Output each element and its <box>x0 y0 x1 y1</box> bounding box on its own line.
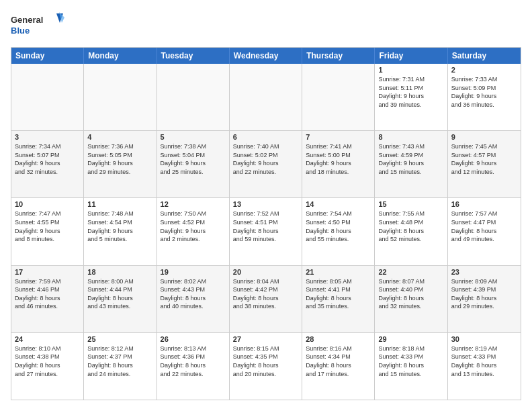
cal-cell-r1-c5: 8Sunrise: 7:43 AM Sunset: 4:59 PM Daylig… <box>375 131 447 197</box>
day-info: Sunrise: 8:05 AM Sunset: 4:41 PM Dayligh… <box>306 277 371 311</box>
day-number: 16 <box>451 200 517 208</box>
cal-cell-r0-c2 <box>157 64 230 130</box>
cal-cell-r3-c3: 20Sunrise: 8:04 AM Sunset: 4:42 PM Dayli… <box>230 266 302 332</box>
day-info: Sunrise: 7:59 AM Sunset: 4:46 PM Dayligh… <box>15 277 80 311</box>
header-saturday: Saturday <box>448 48 521 64</box>
day-number: 15 <box>378 200 443 208</box>
cal-cell-r2-c1: 11Sunrise: 7:48 AM Sunset: 4:54 PM Dayli… <box>84 198 157 265</box>
day-info: Sunrise: 8:04 AM Sunset: 4:42 PM Dayligh… <box>233 277 298 311</box>
day-info: Sunrise: 8:12 AM Sunset: 4:37 PM Dayligh… <box>87 345 152 378</box>
cal-row-3: 17Sunrise: 7:59 AM Sunset: 4:46 PM Dayli… <box>11 265 521 332</box>
day-info: Sunrise: 7:43 AM Sunset: 4:59 PM Dayligh… <box>378 142 443 176</box>
day-info: Sunrise: 7:45 AM Sunset: 4:57 PM Dayligh… <box>451 142 517 176</box>
page: General Blue Sunday Monday Tuesday Wedne… <box>0 0 532 411</box>
cal-cell-r1-c2: 5Sunrise: 7:38 AM Sunset: 5:04 PM Daylig… <box>157 131 230 197</box>
day-number: 27 <box>233 335 298 343</box>
day-number: 8 <box>378 133 443 141</box>
day-number: 11 <box>87 200 152 208</box>
day-info: Sunrise: 7:40 AM Sunset: 5:02 PM Dayligh… <box>233 142 298 176</box>
day-number: 7 <box>306 133 371 141</box>
svg-text:Blue: Blue <box>11 26 30 36</box>
day-info: Sunrise: 8:15 AM Sunset: 4:35 PM Dayligh… <box>233 345 298 378</box>
header-monday: Monday <box>84 48 157 64</box>
day-number: 17 <box>15 268 80 276</box>
day-info: Sunrise: 7:55 AM Sunset: 4:48 PM Dayligh… <box>378 210 443 243</box>
cal-cell-r1-c3: 6Sunrise: 7:40 AM Sunset: 5:02 PM Daylig… <box>230 131 302 197</box>
cal-row-1: 3Sunrise: 7:34 AM Sunset: 5:07 PM Daylig… <box>11 130 521 197</box>
cal-cell-r0-c6: 2Sunrise: 7:33 AM Sunset: 5:09 PM Daylig… <box>448 64 521 130</box>
day-info: Sunrise: 8:00 AM Sunset: 4:44 PM Dayligh… <box>87 277 152 311</box>
day-number: 19 <box>161 268 226 276</box>
cal-cell-r0-c4 <box>302 64 375 130</box>
cal-cell-r0-c1 <box>84 64 157 130</box>
cal-cell-r0-c0 <box>11 64 84 130</box>
logo-icon: General Blue <box>11 11 64 40</box>
logo: General Blue <box>11 11 64 40</box>
cal-cell-r1-c6: 9Sunrise: 7:45 AM Sunset: 4:57 PM Daylig… <box>448 131 521 197</box>
header-thursday: Thursday <box>302 48 375 64</box>
day-info: Sunrise: 8:13 AM Sunset: 4:36 PM Dayligh… <box>161 345 226 378</box>
cal-cell-r1-c1: 4Sunrise: 7:36 AM Sunset: 5:05 PM Daylig… <box>84 131 157 197</box>
cal-row-0: 1Sunrise: 7:31 AM Sunset: 5:11 PM Daylig… <box>11 64 521 130</box>
cal-row-4: 24Sunrise: 8:10 AM Sunset: 4:38 PM Dayli… <box>11 332 521 400</box>
day-number: 29 <box>378 335 443 343</box>
day-number: 3 <box>15 133 80 141</box>
day-info: Sunrise: 8:02 AM Sunset: 4:43 PM Dayligh… <box>161 277 226 311</box>
day-number: 28 <box>306 335 371 343</box>
cal-cell-r3-c2: 19Sunrise: 8:02 AM Sunset: 4:43 PM Dayli… <box>157 266 230 332</box>
day-number: 23 <box>451 268 517 276</box>
day-number: 14 <box>306 200 371 208</box>
day-info: Sunrise: 8:07 AM Sunset: 4:40 PM Dayligh… <box>378 277 443 311</box>
day-info: Sunrise: 8:10 AM Sunset: 4:38 PM Dayligh… <box>15 345 80 378</box>
cal-cell-r4-c3: 27Sunrise: 8:15 AM Sunset: 4:35 PM Dayli… <box>230 333 302 400</box>
cal-cell-r4-c5: 29Sunrise: 8:18 AM Sunset: 4:33 PM Dayli… <box>375 333 447 400</box>
cal-cell-r2-c4: 14Sunrise: 7:54 AM Sunset: 4:50 PM Dayli… <box>302 198 375 265</box>
day-info: Sunrise: 8:18 AM Sunset: 4:33 PM Dayligh… <box>378 345 443 378</box>
calendar: Sunday Monday Tuesday Wednesday Thursday… <box>11 47 521 400</box>
svg-text:General: General <box>11 15 43 25</box>
day-info: Sunrise: 7:33 AM Sunset: 5:09 PM Dayligh… <box>451 75 517 109</box>
day-info: Sunrise: 7:54 AM Sunset: 4:50 PM Dayligh… <box>306 210 371 243</box>
cal-cell-r2-c5: 15Sunrise: 7:55 AM Sunset: 4:48 PM Dayli… <box>375 198 447 265</box>
day-number: 6 <box>233 133 298 141</box>
day-number: 9 <box>451 133 517 141</box>
day-info: Sunrise: 8:09 AM Sunset: 4:39 PM Dayligh… <box>451 277 517 311</box>
day-number: 21 <box>306 268 371 276</box>
day-info: Sunrise: 7:34 AM Sunset: 5:07 PM Dayligh… <box>15 142 80 176</box>
day-info: Sunrise: 8:19 AM Sunset: 4:33 PM Dayligh… <box>451 345 517 378</box>
cal-cell-r1-c0: 3Sunrise: 7:34 AM Sunset: 5:07 PM Daylig… <box>11 131 84 197</box>
day-info: Sunrise: 7:52 AM Sunset: 4:51 PM Dayligh… <box>233 210 298 243</box>
day-number: 1 <box>378 66 443 74</box>
day-number: 10 <box>15 200 80 208</box>
cal-cell-r2-c2: 12Sunrise: 7:50 AM Sunset: 4:52 PM Dayli… <box>157 198 230 265</box>
day-info: Sunrise: 8:16 AM Sunset: 4:34 PM Dayligh… <box>306 345 371 378</box>
calendar-body: 1Sunrise: 7:31 AM Sunset: 5:11 PM Daylig… <box>11 64 521 400</box>
cal-cell-r3-c5: 22Sunrise: 8:07 AM Sunset: 4:40 PM Dayli… <box>375 266 447 332</box>
day-info: Sunrise: 7:57 AM Sunset: 4:47 PM Dayligh… <box>451 210 517 243</box>
day-number: 22 <box>378 268 443 276</box>
cal-cell-r4-c1: 25Sunrise: 8:12 AM Sunset: 4:37 PM Dayli… <box>84 333 157 400</box>
day-number: 4 <box>87 133 152 141</box>
cal-cell-r3-c0: 17Sunrise: 7:59 AM Sunset: 4:46 PM Dayli… <box>11 266 84 332</box>
cal-cell-r3-c6: 23Sunrise: 8:09 AM Sunset: 4:39 PM Dayli… <box>448 266 521 332</box>
cal-cell-r4-c4: 28Sunrise: 8:16 AM Sunset: 4:34 PM Dayli… <box>302 333 375 400</box>
day-info: Sunrise: 7:48 AM Sunset: 4:54 PM Dayligh… <box>87 210 152 243</box>
cal-cell-r1-c4: 7Sunrise: 7:41 AM Sunset: 5:00 PM Daylig… <box>302 131 375 197</box>
header-sunday: Sunday <box>11 48 84 64</box>
header-tuesday: Tuesday <box>157 48 230 64</box>
day-number: 18 <box>87 268 152 276</box>
header: General Blue <box>11 11 521 40</box>
header-wednesday: Wednesday <box>230 48 302 64</box>
cal-cell-r4-c0: 24Sunrise: 8:10 AM Sunset: 4:38 PM Dayli… <box>11 333 84 400</box>
day-info: Sunrise: 7:47 AM Sunset: 4:55 PM Dayligh… <box>15 210 80 243</box>
cal-cell-r2-c3: 13Sunrise: 7:52 AM Sunset: 4:51 PM Dayli… <box>230 198 302 265</box>
day-number: 25 <box>87 335 152 343</box>
day-number: 20 <box>233 268 298 276</box>
cal-row-2: 10Sunrise: 7:47 AM Sunset: 4:55 PM Dayli… <box>11 197 521 265</box>
cal-cell-r2-c0: 10Sunrise: 7:47 AM Sunset: 4:55 PM Dayli… <box>11 198 84 265</box>
header-friday: Friday <box>375 48 447 64</box>
day-number: 24 <box>15 335 80 343</box>
cal-cell-r4-c2: 26Sunrise: 8:13 AM Sunset: 4:36 PM Dayli… <box>157 333 230 400</box>
day-info: Sunrise: 7:31 AM Sunset: 5:11 PM Dayligh… <box>378 75 443 109</box>
cal-cell-r0-c3 <box>230 64 302 130</box>
